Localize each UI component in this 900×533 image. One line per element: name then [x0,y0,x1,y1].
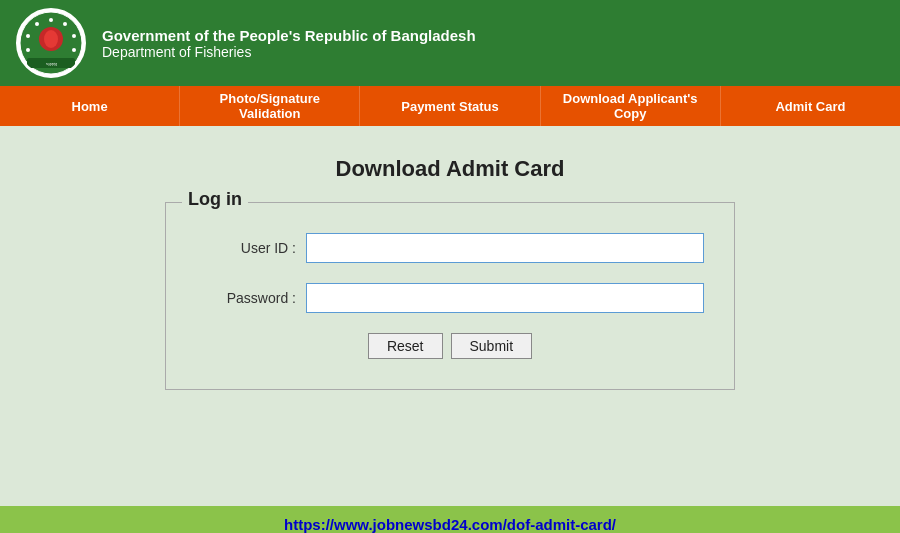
svg-point-4 [72,48,76,52]
button-row: Reset Submit [196,333,704,359]
password-row: Password : [196,283,704,313]
svg-point-1 [49,18,53,22]
header-line2: Department of Fisheries [102,44,476,60]
nav-payment-status[interactable]: Payment Status [360,86,540,126]
login-box: Log in User ID : Password : Reset Submit [165,202,735,390]
password-label: Password : [196,290,306,306]
userid-input[interactable] [306,233,704,263]
password-input[interactable] [306,283,704,313]
submit-button[interactable]: Submit [451,333,533,359]
nav-download-copy[interactable]: Download Applicant's Copy [541,86,721,126]
header-line1: Government of the People's Republic of B… [102,27,476,44]
main-content: Download Admit Card Log in User ID : Pas… [0,126,900,506]
svg-point-9 [26,34,30,38]
logo: সরকার [16,8,86,78]
reset-button[interactable]: Reset [368,333,443,359]
login-legend: Log in [182,189,248,210]
navbar: Home Photo/Signature Validation Payment … [0,86,900,126]
userid-row: User ID : [196,233,704,263]
logo-icon: সরকার [19,11,83,75]
nav-photo-signature[interactable]: Photo/Signature Validation [180,86,360,126]
svg-point-2 [63,22,67,26]
nav-admit-card[interactable]: Admit Card [721,86,900,126]
header-text: Government of the People's Republic of B… [102,27,476,60]
svg-point-3 [72,34,76,38]
svg-point-10 [35,22,39,26]
page-title: Download Admit Card [336,156,565,182]
userid-label: User ID : [196,240,306,256]
header: সরকার Government of the People's Republi… [0,0,900,86]
svg-point-12 [44,30,58,48]
svg-text:সরকার: সরকার [46,61,57,67]
footer: https://www.jobnewsbd24.com/dof-admit-ca… [0,506,900,533]
svg-point-8 [26,48,30,52]
nav-home[interactable]: Home [0,86,180,126]
footer-link[interactable]: https://www.jobnewsbd24.com/dof-admit-ca… [284,516,616,533]
